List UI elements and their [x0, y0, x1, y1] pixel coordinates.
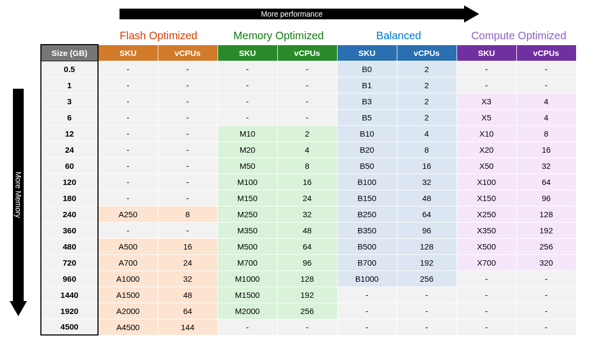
sku-cell: -	[337, 319, 397, 335]
col-sku-header-comp: SKU	[457, 45, 516, 61]
vcpu-cell: -	[397, 287, 457, 303]
col-vcpu-header-bal: vCPUs	[397, 45, 457, 61]
sku-cell: -	[98, 141, 158, 158]
size-cell: 120	[41, 174, 98, 190]
sku-cell: -	[337, 303, 397, 319]
sku-cell: M150	[218, 190, 277, 206]
col-sku-header-bal: SKU	[337, 45, 397, 61]
axis-memory-label: More Memory	[14, 172, 23, 218]
vcpu-cell: 64	[516, 174, 576, 190]
vcpu-cell: -	[158, 109, 218, 125]
vcpu-cell: 192	[397, 254, 457, 270]
vcpu-cell: 16	[277, 174, 337, 190]
tier-label-bal: Balanced	[339, 30, 459, 44]
vcpu-cell: 32	[516, 158, 576, 174]
table-row: 1440A150048M1500192----	[41, 287, 576, 303]
vcpu-cell: 32	[397, 174, 457, 190]
vcpu-cell: -	[158, 77, 218, 93]
size-cell: 1920	[41, 303, 98, 319]
sku-cell: X5	[457, 109, 516, 125]
vcpu-cell: 8	[277, 158, 337, 174]
sku-cell: A250	[98, 206, 158, 222]
vcpu-cell: -	[158, 174, 218, 190]
axis-performance-label: More performance	[261, 10, 322, 18]
vcpu-cell: 32	[277, 206, 337, 222]
vcpu-cell: 4	[516, 109, 576, 125]
size-cell: 24	[41, 141, 98, 158]
size-cell: 960	[41, 270, 98, 287]
sku-cell: -	[457, 303, 516, 319]
vcpu-cell: 128	[277, 270, 337, 287]
arrow-right-icon	[464, 5, 479, 23]
vcpu-cell: 128	[516, 206, 576, 222]
vcpu-cell: -	[277, 93, 337, 109]
vcpu-cell: 8	[516, 125, 576, 141]
vcpu-cell: 2	[277, 125, 337, 141]
table-row: 1920A200064M2000256----	[41, 303, 576, 319]
table-row: 0.5----B02--	[41, 61, 576, 77]
sku-cell: -	[98, 174, 158, 190]
vcpu-cell: 256	[397, 270, 457, 287]
vcpu-cell: -	[277, 109, 337, 125]
sku-cell: -	[98, 158, 158, 174]
vcpu-cell: 4	[277, 141, 337, 158]
col-vcpu-header-flash: vCPUs	[158, 45, 218, 61]
vcpu-cell: -	[516, 61, 576, 77]
vcpu-cell: 144	[158, 319, 218, 335]
sku-cell: -	[218, 77, 277, 93]
table-row: 24--M204B208X2016	[41, 141, 576, 158]
size-cell: 60	[41, 158, 98, 174]
sku-cell: X500	[457, 238, 516, 254]
size-cell: 1440	[41, 287, 98, 303]
vcpu-cell: 4	[516, 93, 576, 109]
sku-cell: B3	[337, 93, 397, 109]
vcpu-cell: 96	[516, 190, 576, 206]
sku-cell: -	[98, 93, 158, 109]
sku-cell: -	[457, 319, 516, 335]
sku-cell: -	[98, 125, 158, 141]
vcpu-cell: 2	[397, 77, 457, 93]
size-cell: 180	[41, 190, 98, 206]
sku-cell: A4500	[98, 319, 158, 335]
sku-cell: -	[98, 109, 158, 125]
vcpu-cell: 16	[516, 141, 576, 158]
vcpu-cell: -	[516, 303, 576, 319]
sku-cell: X250	[457, 206, 516, 222]
vcpu-cell: 320	[516, 254, 576, 270]
size-cell: 4500	[41, 319, 98, 335]
sku-cell: B5	[337, 109, 397, 125]
sku-cell: -	[457, 270, 516, 287]
sku-cell: B100	[337, 174, 397, 190]
tier-label-mem: Memory Optimized	[219, 30, 339, 44]
sku-cell: -	[218, 61, 277, 77]
table-row: 12--M102B104X108	[41, 125, 576, 141]
sku-cell: M20	[218, 141, 277, 158]
vcpu-cell: 2	[397, 61, 457, 77]
sku-cell: B700	[337, 254, 397, 270]
vcpu-cell: 48	[277, 222, 337, 238]
size-cell: 720	[41, 254, 98, 270]
sku-cell: B1	[337, 77, 397, 93]
sku-cell: -	[337, 287, 397, 303]
size-cell: 360	[41, 222, 98, 238]
sku-cell: -	[457, 61, 516, 77]
size-cell: 1	[41, 77, 98, 93]
sku-cell: X50	[457, 158, 516, 174]
vcpu-cell: -	[158, 125, 218, 141]
sku-cell: B0	[337, 61, 397, 77]
sku-cell: -	[457, 77, 516, 93]
tier-label-comp: Compute Optimized	[459, 30, 579, 44]
col-sku-header-flash: SKU	[98, 45, 158, 61]
vcpu-cell: -	[158, 190, 218, 206]
sku-cell: -	[218, 109, 277, 125]
vcpu-cell: -	[158, 61, 218, 77]
sku-cell: -	[98, 190, 158, 206]
sku-cell: M1000	[218, 270, 277, 287]
table-row: 480A50016M50064B500128X500256	[41, 238, 576, 254]
sku-cell: X100	[457, 174, 516, 190]
vcpu-cell: 256	[516, 238, 576, 254]
sku-cell: -	[218, 93, 277, 109]
sku-cell: X700	[457, 254, 516, 270]
sku-cell: M250	[218, 206, 277, 222]
table-row: 180--M15024B15048X15096	[41, 190, 576, 206]
